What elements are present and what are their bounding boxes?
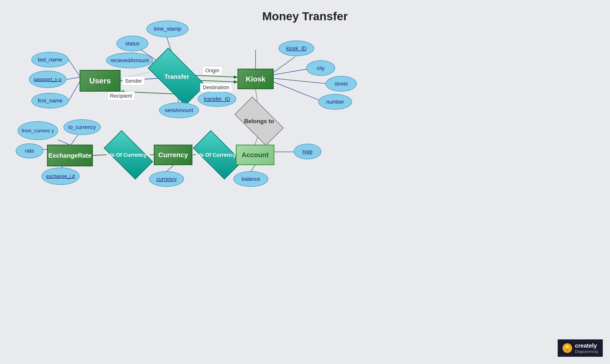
attr-exchange-id: exchange_i d <box>41 168 79 185</box>
svg-line-15 <box>69 82 79 101</box>
svg-line-23 <box>92 155 106 156</box>
svg-marker-5 <box>234 80 237 84</box>
rel-label-sender: Sender <box>122 77 145 85</box>
attr-balance: balance <box>234 171 268 187</box>
diamond-belongs-to: Belongs to <box>237 108 281 134</box>
page-title: Money Transfer <box>0 0 610 23</box>
attr-street: street <box>325 76 357 91</box>
attr-currency: currency <box>149 171 184 187</box>
attr-passport-no: passport_n o <box>29 71 66 88</box>
diagram-container: Money Transfer <box>0 0 610 364</box>
attr-recieved-amount: recievedAmount <box>106 52 153 68</box>
rel-label-recipient: Recipient <box>107 91 135 100</box>
attr-first-name: first_name <box>31 93 69 108</box>
attr-to-currency: to_currency <box>64 119 101 135</box>
attr-from-currency: from_currenc y <box>18 121 58 140</box>
svg-line-31 <box>166 165 174 172</box>
diamond-is-of-currency-left: Is Of Currency <box>106 142 151 168</box>
svg-line-27 <box>58 140 69 145</box>
attr-time-stamp: time_stamp <box>146 21 189 37</box>
attr-rate: rate <box>16 143 43 158</box>
entity-exchangerate: ExchangeRate <box>47 145 93 166</box>
rel-label-origin: Origin <box>203 66 222 75</box>
rel-label-destination: Destination <box>200 83 232 92</box>
svg-line-33 <box>251 165 255 172</box>
creately-sub: Diagramming <box>575 349 598 354</box>
svg-line-19 <box>274 82 323 102</box>
creately-logo: 💡 creately Diagramming <box>558 339 603 357</box>
entity-currency: Currency <box>154 145 192 165</box>
attr-type: type <box>294 144 321 159</box>
attr-kiosk-id: kiosk_ID <box>278 40 314 56</box>
svg-line-18 <box>274 78 327 84</box>
attr-last-name: last_name <box>31 52 69 67</box>
entity-account: Account <box>236 145 274 165</box>
svg-line-13 <box>69 60 79 76</box>
svg-marker-3 <box>234 76 237 79</box>
diamond-is-of-currency-right: Is Of Currency <box>195 142 240 168</box>
svg-line-14 <box>66 77 79 79</box>
attr-status: status <box>117 36 148 51</box>
attr-sent-amount: sentAmount <box>159 103 199 118</box>
entity-users: Users <box>79 70 121 91</box>
attr-city: city <box>306 60 335 76</box>
attr-number: number <box>318 94 352 110</box>
creately-bulb-icon: 💡 <box>562 343 572 353</box>
entity-kiosk: Kiosk <box>237 69 274 89</box>
creately-brand: creately <box>575 342 598 349</box>
attr-transfer-id: transfer_ID <box>198 91 236 107</box>
diamond-transfer: Transfer <box>150 62 203 91</box>
svg-line-16 <box>274 57 295 72</box>
